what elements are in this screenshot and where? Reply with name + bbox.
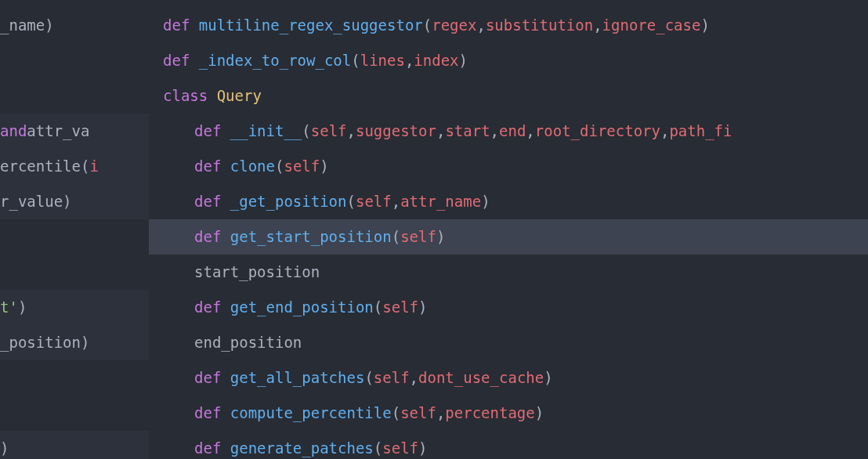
code-line: t') <box>0 290 149 325</box>
code-fragment: ercentile( <box>0 155 89 178</box>
code-line-empty <box>0 219 149 255</box>
code-line: r_value) <box>0 184 149 219</box>
code-line-empty <box>0 396 149 431</box>
paren: ) <box>459 49 468 72</box>
code-line-empty <box>0 43 149 78</box>
paren: ) <box>0 437 9 459</box>
self-param: self <box>374 367 410 389</box>
class-name: Query <box>217 85 262 107</box>
code-line: ) <box>0 431 149 459</box>
code-line-empty <box>0 255 149 290</box>
outline-item[interactable]: def clone(self) <box>149 149 868 184</box>
paren: ) <box>320 155 328 178</box>
function-name: compute_percentile <box>230 402 392 425</box>
comma: , <box>490 120 499 143</box>
paren: ( <box>351 49 360 72</box>
outline-item[interactable]: def get_all_patches(self, dont_use_cache… <box>149 360 868 396</box>
paren: ) <box>418 437 427 459</box>
self-param: self <box>400 226 436 248</box>
keyword-class: class <box>163 85 208 107</box>
paren: ( <box>374 437 382 459</box>
function-name: multiline_regex_suggestor <box>199 14 423 37</box>
property-name: end_position <box>194 331 302 354</box>
code-fragment: _name <box>0 14 45 37</box>
outline-item[interactable]: def _get_position(self, attr_name) <box>149 184 868 219</box>
function-name: clone <box>230 155 275 178</box>
keyword-def: def <box>194 367 221 389</box>
paren: ( <box>423 14 432 37</box>
code-line: _name) <box>0 8 149 43</box>
outline-item-class[interactable]: class Query <box>149 78 868 114</box>
keyword-def: def <box>163 49 190 72</box>
self-param: self <box>400 402 436 425</box>
comma: , <box>526 120 534 143</box>
keyword-def: def <box>194 190 221 213</box>
keyword-def: def <box>194 296 221 319</box>
comma: , <box>410 367 418 389</box>
comma: , <box>476 14 485 37</box>
function-name: __init__ <box>230 120 302 143</box>
keyword-def: def <box>194 402 221 425</box>
code-fragment: r_value <box>0 190 63 213</box>
self-param: self <box>382 437 418 459</box>
param: suggestor <box>356 120 436 143</box>
outline-item[interactable]: def __init__(self, suggestor, start, end… <box>149 114 868 149</box>
outline-item-property[interactable]: end_position <box>149 325 868 360</box>
paren: ) <box>18 296 27 319</box>
editor-left-pane: _name) and attr_va ercentile(i r_value) … <box>0 0 149 459</box>
outline-item[interactable]: def generate_patches(self) <box>149 431 868 459</box>
function-name: get_all_patches <box>230 367 365 389</box>
paren: ) <box>481 190 490 213</box>
keyword-def: def <box>194 155 221 178</box>
param: attr_name <box>400 190 481 213</box>
comma: , <box>436 402 445 425</box>
param: percentage <box>445 402 534 425</box>
param: regex <box>432 14 476 37</box>
function-name: _index_to_row_col <box>199 49 351 72</box>
comma: , <box>405 49 414 72</box>
paren: ( <box>347 190 356 213</box>
param: ignore_case <box>602 14 701 37</box>
self-param: self <box>311 120 347 143</box>
param: start <box>445 120 490 143</box>
param: dont_use_cache <box>418 367 544 389</box>
paren: ( <box>302 120 310 143</box>
paren: ) <box>45 14 53 37</box>
keyword-def: def <box>194 437 221 459</box>
function-name: get_end_position <box>230 296 374 319</box>
paren: ( <box>392 402 400 425</box>
keyword-def: def <box>194 226 221 248</box>
comma: , <box>436 120 445 143</box>
paren: ) <box>535 402 544 425</box>
code-line-empty <box>0 78 149 114</box>
paren: ) <box>544 367 552 389</box>
param: path_fi <box>669 120 732 143</box>
paren: ) <box>63 190 71 213</box>
outline-item-selected[interactable]: def get_start_position(self) <box>149 219 868 255</box>
outline-pane[interactable]: def multiline_regex_suggestor(regex, sub… <box>149 0 868 459</box>
code-line: ercentile(i <box>0 149 149 184</box>
comma: , <box>392 190 400 213</box>
keyword-def: def <box>163 14 190 37</box>
code-fragment: _position <box>0 331 81 354</box>
param: substitution <box>486 14 593 37</box>
self-param: self <box>284 155 320 178</box>
paren: ( <box>392 226 400 248</box>
outline-item[interactable]: def compute_percentile(self, percentage) <box>149 396 868 431</box>
outline-item[interactable]: def _index_to_row_col(lines, index) <box>149 43 868 78</box>
keyword-def: def <box>194 120 221 143</box>
outline-item[interactable]: def multiline_regex_suggestor(regex, sub… <box>149 8 868 43</box>
string-fragment: t' <box>0 296 18 319</box>
paren: ) <box>700 14 709 37</box>
paren: ( <box>275 155 284 178</box>
function-name: generate_patches <box>230 437 374 459</box>
comma: , <box>347 120 356 143</box>
comma: , <box>660 120 669 143</box>
param: i <box>89 155 98 178</box>
outline-item[interactable]: def get_end_position(self) <box>149 290 868 325</box>
param: root_directory <box>535 120 660 143</box>
self-param: self <box>382 296 418 319</box>
code-fragment: attr_va <box>27 120 89 143</box>
function-name: _get_position <box>230 190 347 213</box>
outline-item-property[interactable]: start_position <box>149 255 868 290</box>
